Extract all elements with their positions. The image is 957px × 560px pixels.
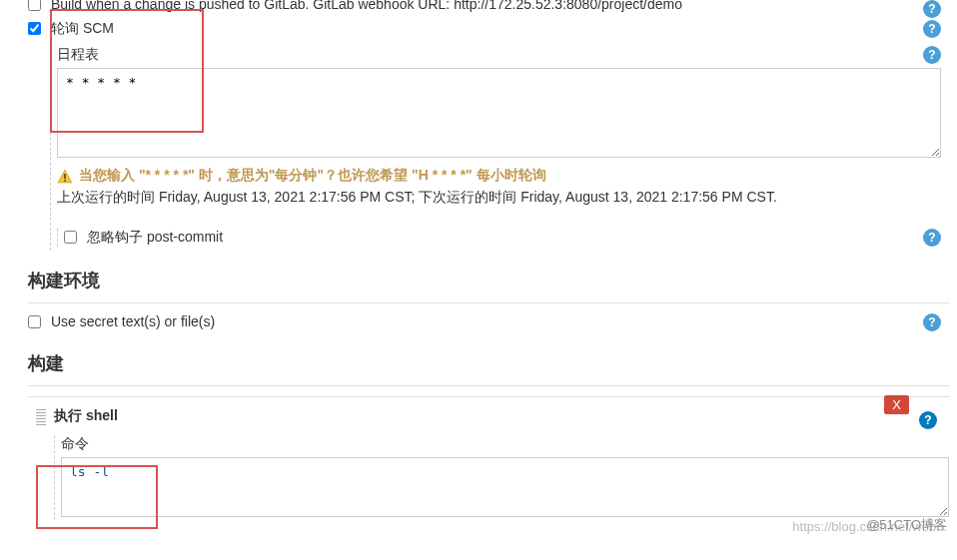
schedule-textarea[interactable] xyxy=(57,68,941,158)
warning-text: 当您输入 "* * * * *" 时，意思为"每分钟"？也许您希望 "H * *… xyxy=(79,167,546,185)
watermark-51cto: @51CTO博客 xyxy=(866,516,947,534)
svg-rect-1 xyxy=(64,174,66,179)
use-secret-checkbox[interactable] xyxy=(28,315,41,328)
gitlab-push-checkbox[interactable] xyxy=(28,0,41,11)
command-label: 命令 xyxy=(61,435,949,453)
section-build: 构建 xyxy=(28,351,949,377)
use-secret-label: Use secret text(s) or file(s) xyxy=(51,313,941,329)
help-icon[interactable]: ? xyxy=(923,229,941,247)
help-icon[interactable]: ? xyxy=(919,411,937,429)
poll-scm-checkbox[interactable] xyxy=(28,22,41,35)
ignore-hooks-label: 忽略钩子 post-commit xyxy=(87,229,941,247)
drag-handle-icon[interactable] xyxy=(36,409,46,425)
help-icon[interactable]: ? xyxy=(923,313,941,331)
delete-step-button[interactable]: X xyxy=(884,395,909,414)
svg-rect-2 xyxy=(64,180,66,182)
build-step-title: 执行 shell xyxy=(54,407,949,425)
command-textarea[interactable] xyxy=(61,457,949,517)
gitlab-push-label: Build when a change is pushed to GitLab.… xyxy=(51,0,941,12)
section-build-env: 构建环境 xyxy=(28,269,949,294)
divider xyxy=(28,385,949,386)
schedule-label: 日程表 xyxy=(57,46,941,64)
ignore-hooks-checkbox[interactable] xyxy=(64,231,77,244)
poll-scm-label: 轮询 SCM xyxy=(51,20,941,38)
last-next-run-text: 上次运行的时间 Friday, August 13, 2021 2:17:56 … xyxy=(57,189,949,207)
warning-icon xyxy=(57,169,73,185)
divider xyxy=(28,302,949,303)
help-icon[interactable]: ? xyxy=(923,46,941,64)
help-icon[interactable]: ? xyxy=(923,20,941,38)
